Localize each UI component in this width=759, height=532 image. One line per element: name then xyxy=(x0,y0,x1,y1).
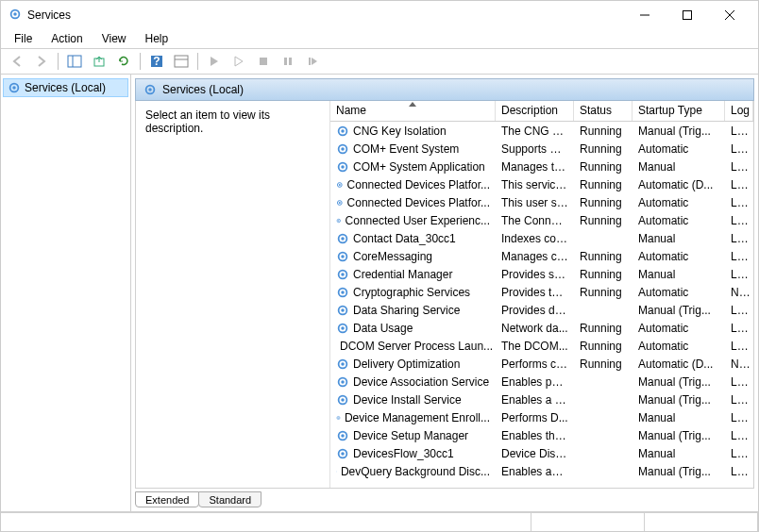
service-row[interactable]: CNG Key IsolationThe CNG ke...RunningMan… xyxy=(330,122,753,140)
service-row[interactable]: DCOM Server Process Laun...The DCOM...Ru… xyxy=(330,337,753,355)
menu-view[interactable]: View xyxy=(94,30,134,47)
cell-name: CoreMessaging xyxy=(330,250,496,263)
service-row[interactable]: Contact Data_30cc1Indexes con...ManualLo… xyxy=(330,229,753,247)
column-header-log[interactable]: Log xyxy=(725,101,753,121)
cell-startup: Manual (Trig... xyxy=(632,429,725,442)
back-button[interactable] xyxy=(7,51,27,72)
cell-status: Running xyxy=(574,357,632,371)
cell-name: CNG Key Isolation xyxy=(330,125,496,138)
refresh-button[interactable] xyxy=(113,51,134,72)
service-row[interactable]: CoreMessagingManages co...RunningAutomat… xyxy=(330,247,753,265)
cell-name: Device Install Service xyxy=(330,393,496,407)
svg-point-48 xyxy=(341,362,345,366)
restart-service-button[interactable] xyxy=(278,51,298,72)
tab-standard[interactable]: Standard xyxy=(198,491,261,507)
service-row[interactable]: Data Sharing ServiceProvides da...Manual… xyxy=(330,301,753,319)
service-row[interactable]: Cryptographic ServicesProvides thr...Run… xyxy=(330,283,753,301)
cell-log: Net xyxy=(725,286,753,299)
properties-button[interactable] xyxy=(171,51,192,72)
cell-startup: Automatic xyxy=(632,250,725,263)
cell-description: This user se... xyxy=(496,196,574,209)
cell-startup: Automatic xyxy=(632,340,725,353)
pause-service-button[interactable] xyxy=(228,51,249,72)
help-button[interactable]: ? xyxy=(146,51,167,72)
cell-startup: Manual (Trig... xyxy=(632,375,725,389)
column-header-description[interactable]: Description xyxy=(496,101,574,121)
service-row[interactable]: Connected User Experienc...The Connec...… xyxy=(330,211,753,229)
gear-icon xyxy=(336,214,342,227)
cell-status: Running xyxy=(574,125,632,138)
cell-description: This service ... xyxy=(496,178,574,191)
cell-startup: Manual xyxy=(632,447,725,460)
svg-rect-13 xyxy=(260,58,267,65)
cell-startup: Manual xyxy=(632,232,725,245)
service-row[interactable]: Device Setup ManagerEnables the ...Manua… xyxy=(330,426,753,444)
cell-log: Loc xyxy=(725,250,753,263)
service-row[interactable]: Device Management Enroll...Performs D...… xyxy=(330,408,753,426)
cell-startup: Automatic xyxy=(632,196,725,209)
menu-action[interactable]: Action xyxy=(43,30,90,47)
service-row[interactable]: Delivery OptimizationPerforms co...Runni… xyxy=(330,355,753,373)
list-body[interactable]: CNG Key IsolationThe CNG ke...RunningMan… xyxy=(330,122,753,488)
tab-extended[interactable]: Extended xyxy=(135,491,199,507)
svg-point-42 xyxy=(341,308,345,312)
cell-startup: Manual (Trig... xyxy=(632,465,725,478)
service-row[interactable]: Data UsageNetwork da...RunningAutomaticL… xyxy=(330,319,753,337)
column-header-name[interactable]: Name xyxy=(330,101,496,121)
cell-startup: Automatic (D... xyxy=(632,178,725,191)
svg-rect-3 xyxy=(683,11,691,20)
gear-icon xyxy=(336,411,341,424)
statusbar xyxy=(1,512,758,531)
service-row[interactable]: Device Association ServiceEnables pair..… xyxy=(330,373,753,391)
list-pane: Name Description Status Startup Type Log… xyxy=(329,101,753,488)
close-button[interactable] xyxy=(708,1,751,29)
cell-description: Manages co... xyxy=(496,250,574,263)
gear-icon xyxy=(336,232,349,245)
service-row[interactable]: Connected Devices Platfor...This service… xyxy=(330,175,753,193)
service-row[interactable]: DevQuery Background Disc...Enables app..… xyxy=(330,462,753,480)
svg-rect-15 xyxy=(289,58,292,65)
tree-root-services-local[interactable]: Services (Local) xyxy=(3,78,128,97)
service-row[interactable]: Device Install ServiceEnables a c...Manu… xyxy=(330,391,753,408)
cell-status: Running xyxy=(574,214,632,227)
cell-log: Loc xyxy=(725,322,753,335)
cell-startup: Automatic (D... xyxy=(632,357,725,371)
minimize-button[interactable] xyxy=(623,1,666,29)
main-split: Services (Local) Services (Local) Select… xyxy=(1,75,758,512)
stop-service-button[interactable] xyxy=(253,51,274,72)
cell-log: Loc xyxy=(725,465,753,478)
cell-description: Device Disc... xyxy=(496,447,574,460)
start-service-button[interactable] xyxy=(204,51,225,72)
toolbar: ? xyxy=(1,48,758,75)
svg-point-28 xyxy=(339,184,341,186)
service-row[interactable]: COM+ Event SystemSupports Sy...RunningAu… xyxy=(330,140,753,158)
svg-rect-6 xyxy=(68,56,81,67)
show-hide-tree-button[interactable] xyxy=(64,51,85,72)
cell-name: DevQuery Background Disc... xyxy=(330,465,496,478)
service-row[interactable]: DevicesFlow_30cc1Device Disc...ManualLoc xyxy=(330,444,753,462)
service-row[interactable]: Credential ManagerProvides se...RunningM… xyxy=(330,265,753,283)
column-header-startup[interactable]: Startup Type xyxy=(632,101,725,121)
service-row[interactable]: COM+ System ApplicationManages th...Runn… xyxy=(330,158,753,175)
cell-log: Loc xyxy=(725,160,753,174)
gear-icon xyxy=(336,268,349,281)
detail-hint: Select an item to view its description. xyxy=(145,108,320,135)
export-list-button[interactable] xyxy=(89,51,110,72)
cell-log: Loc xyxy=(725,196,753,209)
svg-point-18 xyxy=(12,86,16,90)
gear-icon xyxy=(336,429,349,442)
cell-log: Net xyxy=(725,357,753,371)
cell-status: Running xyxy=(574,340,632,353)
column-header-status[interactable]: Status xyxy=(574,101,632,121)
toolbar-separator xyxy=(140,53,141,70)
maximize-button[interactable] xyxy=(666,1,708,29)
forward-button[interactable] xyxy=(31,51,52,72)
view-tabs: Extended Standard xyxy=(135,489,754,507)
cell-name: Cryptographic Services xyxy=(330,286,496,299)
service-row[interactable]: Connected Devices Platfor...This user se… xyxy=(330,193,753,211)
cell-description: Provides da... xyxy=(496,304,574,317)
menu-help[interactable]: Help xyxy=(138,30,177,47)
menu-file[interactable]: File xyxy=(7,30,40,47)
step-service-button[interactable] xyxy=(302,51,323,72)
cell-name: DevicesFlow_30cc1 xyxy=(330,447,496,460)
